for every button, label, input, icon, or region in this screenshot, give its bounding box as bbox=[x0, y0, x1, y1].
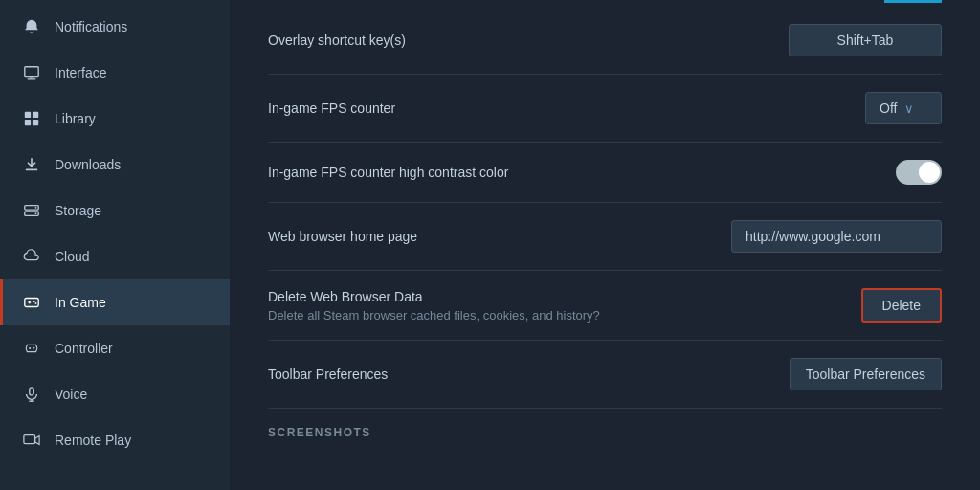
svg-rect-3 bbox=[25, 112, 31, 118]
svg-point-15 bbox=[33, 301, 35, 302]
delete-browser-sublabel: Delete all Steam browser cached files, c… bbox=[268, 308, 600, 323]
sidebar-item-cloud[interactable]: Cloud bbox=[0, 234, 230, 279]
fps-counter-label: In-game FPS counter bbox=[268, 100, 395, 116]
mic-icon bbox=[22, 385, 41, 404]
main-content: Overlay shortcut key(s) Shift+Tab In-gam… bbox=[230, 0, 980, 490]
sidebar-item-storage[interactable]: Storage bbox=[0, 188, 230, 234]
fps-contrast-label: In-game FPS counter high contrast color bbox=[268, 165, 508, 180]
svg-point-16 bbox=[35, 302, 37, 304]
bell-icon bbox=[22, 17, 41, 36]
monitor-icon bbox=[22, 63, 41, 82]
svg-rect-0 bbox=[25, 67, 38, 77]
setting-toolbar-prefs: Toolbar Preferences Toolbar Preferences bbox=[268, 341, 942, 409]
svg-rect-6 bbox=[33, 120, 38, 125]
svg-rect-12 bbox=[25, 299, 38, 307]
sidebar-item-controller[interactable]: Controller bbox=[0, 325, 230, 371]
setting-fps-contrast: In-game FPS counter high contrast color bbox=[268, 143, 942, 203]
delete-browser-label: Delete Web Browser Data bbox=[268, 289, 600, 304]
sidebar-label-voice: Voice bbox=[55, 387, 87, 402]
fps-contrast-toggle[interactable] bbox=[896, 160, 942, 185]
web-home-label: Web browser home page bbox=[268, 229, 417, 244]
download-icon bbox=[22, 155, 41, 174]
svg-rect-1 bbox=[29, 78, 33, 79]
setting-web-home: Web browser home page bbox=[268, 203, 942, 271]
fps-counter-dropdown[interactable]: Off ∨ bbox=[865, 92, 942, 124]
ingame-icon bbox=[22, 293, 41, 312]
sidebar-label-ingame: In Game bbox=[55, 295, 106, 310]
fps-counter-value: Off bbox=[880, 100, 897, 116]
storage-icon bbox=[22, 201, 41, 220]
svg-rect-5 bbox=[25, 120, 31, 125]
sidebar-item-remoteplay[interactable]: Remote Play bbox=[0, 417, 230, 463]
remoteplay-icon bbox=[22, 431, 41, 450]
setting-overlay-shortcut: Overlay shortcut key(s) Shift+Tab bbox=[268, 7, 942, 75]
sidebar-label-downloads: Downloads bbox=[55, 157, 121, 172]
sidebar-label-notifications: Notifications bbox=[55, 19, 127, 34]
sidebar-label-remoteplay: Remote Play bbox=[55, 433, 131, 448]
setting-fps-counter: In-game FPS counter Off ∨ bbox=[268, 75, 942, 143]
chevron-down-icon: ∨ bbox=[904, 101, 914, 116]
screenshots-header: SCREENSHOTS bbox=[268, 409, 942, 443]
sidebar-label-library: Library bbox=[55, 111, 96, 126]
sidebar-item-library[interactable]: Library bbox=[0, 96, 230, 142]
setting-delete-browser: Delete Web Browser Data Delete all Steam… bbox=[268, 271, 942, 341]
sidebar: Notifications Interface Library Download… bbox=[0, 0, 230, 490]
overlay-shortcut-value[interactable]: Shift+Tab bbox=[789, 24, 942, 56]
svg-point-11 bbox=[35, 212, 37, 214]
svg-rect-4 bbox=[33, 112, 38, 118]
grid-icon bbox=[22, 109, 41, 128]
sidebar-label-storage: Storage bbox=[55, 203, 101, 218]
sidebar-item-notifications[interactable]: Notifications bbox=[0, 4, 230, 50]
svg-point-20 bbox=[33, 348, 33, 349]
svg-rect-7 bbox=[26, 169, 38, 171]
sidebar-item-voice[interactable]: Voice bbox=[0, 371, 230, 417]
controller-icon bbox=[22, 339, 41, 358]
cloud-icon bbox=[22, 247, 41, 266]
sidebar-label-cloud: Cloud bbox=[55, 249, 90, 264]
overlay-shortcut-label: Overlay shortcut key(s) bbox=[268, 33, 406, 48]
toggle-knob bbox=[919, 162, 940, 183]
svg-rect-2 bbox=[28, 78, 36, 79]
toolbar-prefs-label: Toolbar Preferences bbox=[268, 367, 388, 382]
top-accent-bar bbox=[884, 0, 942, 3]
sidebar-item-downloads[interactable]: Downloads bbox=[0, 142, 230, 188]
svg-rect-21 bbox=[30, 388, 34, 395]
svg-rect-24 bbox=[24, 435, 35, 444]
web-home-input[interactable] bbox=[731, 220, 942, 253]
sidebar-label-interface: Interface bbox=[55, 65, 106, 80]
sidebar-item-interface[interactable]: Interface bbox=[0, 50, 230, 96]
sidebar-label-controller: Controller bbox=[55, 341, 113, 356]
svg-point-10 bbox=[35, 207, 37, 209]
svg-point-19 bbox=[33, 347, 34, 348]
sidebar-item-ingame[interactable]: In Game bbox=[0, 279, 230, 325]
delete-browser-labels: Delete Web Browser Data Delete all Steam… bbox=[268, 289, 600, 323]
toolbar-prefs-button[interactable]: Toolbar Preferences bbox=[790, 358, 942, 390]
delete-browser-button[interactable]: Delete bbox=[861, 288, 942, 323]
